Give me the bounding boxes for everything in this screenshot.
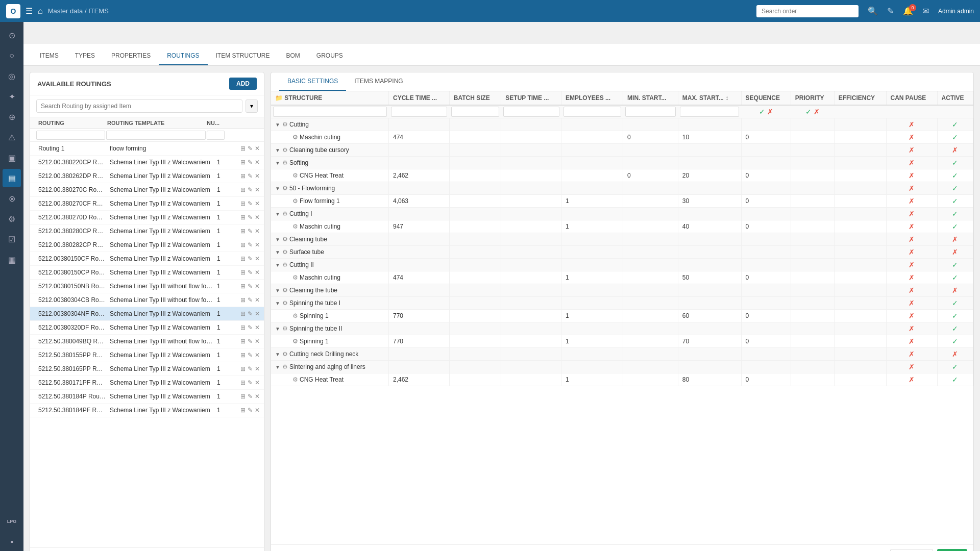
delete-icon[interactable]: ✕ [255,352,260,359]
filter-routing[interactable] [36,131,105,140]
expand-icon[interactable]: ▼ [275,249,280,255]
expand-icon[interactable]: ▼ [275,364,280,370]
home-icon[interactable]: ⌂ [38,7,43,16]
save-button[interactable]: SAVE [937,549,967,551]
copy-icon[interactable]: ⊞ [240,186,246,193]
filter-setup[interactable] [503,107,559,117]
filter-min[interactable] [625,107,676,117]
expand-icon[interactable]: ▼ [275,288,280,293]
expand-icon[interactable]: ▼ [275,160,280,166]
filter-cycle[interactable] [391,107,448,117]
routing-list-item[interactable]: 5212.50.380184P Routing 1 Schema Liner T… [30,390,264,404]
tab-types[interactable]: TYPES [67,47,103,65]
sidebar-item-star[interactable]: ✦ [3,87,21,106]
routing-list-item[interactable]: 5212.00380150NB Routing 1 Schema Liner T… [30,280,264,293]
expand-icon[interactable]: ▼ [275,262,280,268]
delete-icon[interactable]: ✕ [255,365,260,372]
routing-list-item[interactable]: 5212.00.380262DP Routing 1 Schema Liner … [30,169,264,183]
header-active-x[interactable]: ✗ [814,108,820,116]
header-x-red[interactable]: ✗ [767,108,773,116]
header-check-green[interactable]: ✓ [759,108,765,116]
copy-icon[interactable]: ⊞ [240,365,246,372]
expand-icon[interactable]: ▼ [275,326,280,332]
delete-icon[interactable]: ✕ [255,214,260,221]
sidebar-item-grid[interactable]: ▦ [3,251,21,269]
search-icon[interactable]: 🔍 [868,6,878,16]
delete-icon[interactable]: ✕ [255,379,260,386]
routing-list-item[interactable]: 5212.00380150CF Routing 1 Schema Liner T… [30,252,264,266]
routing-list-item[interactable]: 5212.00.380282CP Routing 1 Schema Liner … [30,238,264,252]
sidebar-item-plus[interactable]: ⊕ [3,108,21,126]
edit-row-icon[interactable]: ✎ [248,214,253,221]
edit-row-icon[interactable]: ✎ [248,324,253,331]
copy-icon[interactable]: ⊞ [240,159,246,166]
expand-icon[interactable]: ▼ [275,211,280,217]
edit-row-icon[interactable]: ✎ [248,296,253,304]
user-menu[interactable]: Admin admin [938,8,974,15]
edit-row-icon[interactable]: ✎ [248,200,253,207]
edit-row-icon[interactable]: ✎ [248,407,253,414]
copy-icon[interactable]: ⊞ [240,214,246,221]
copy-icon[interactable]: ⊞ [240,283,246,290]
delete-icon[interactable]: ✕ [255,283,260,290]
header-active-check[interactable]: ✓ [805,108,812,116]
filter-num[interactable] [207,131,225,140]
copy-icon[interactable]: ⊞ [240,296,246,304]
routing-list-item[interactable]: 5212.50.380049BQ Routing 1 Schema Liner … [30,335,264,348]
sidebar-item-lpg[interactable]: LPG [3,512,21,531]
tab-items-mapping[interactable]: ITEMS MAPPING [346,72,411,91]
sidebar-item-warning[interactable]: ⚠ [3,128,21,146]
routing-list-item[interactable]: 5212.00.380220CP Routing 1 Schema Liner … [30,156,264,169]
expand-icon[interactable]: ▼ [275,300,280,306]
edit-row-icon[interactable]: ✎ [248,241,253,248]
routing-list-item[interactable]: 5212.00380150CP Routing 1 Schema Liner T… [30,266,264,280]
sidebar-item-tools[interactable]: ⚙ [3,210,21,228]
edit-row-icon[interactable]: ✎ [248,283,253,290]
copy-icon[interactable]: ⊞ [240,379,246,386]
sidebar-item-target[interactable]: ◎ [3,67,21,85]
edit-row-icon[interactable]: ✎ [248,379,253,386]
delete-icon[interactable]: ✕ [255,296,260,304]
menu-icon[interactable]: ☰ [26,6,33,16]
edit-row-icon[interactable]: ✎ [248,365,253,372]
routing-search-dropdown[interactable]: ▾ [246,99,258,113]
delete-icon[interactable]: ✕ [255,255,260,262]
copy-icon[interactable]: ⊞ [240,228,246,235]
expand-icon[interactable]: ▼ [275,352,280,357]
delete-icon[interactable]: ✕ [255,269,260,276]
copy-icon[interactable]: ⊞ [240,338,246,345]
sidebar-item-small[interactable]: ▪ [3,533,21,551]
delete-icon[interactable]: ✕ [255,324,260,331]
filter-structure[interactable] [273,107,387,117]
sidebar-item-checklist[interactable]: ☑ [3,230,21,248]
copy-icon[interactable]: ⊞ [240,241,246,248]
filter-max[interactable] [680,107,739,117]
search-order-input[interactable] [756,5,859,17]
tab-basic-settings[interactable]: BASIC SETTINGS [279,72,346,91]
mail-icon[interactable]: ✉ [922,6,929,16]
expand-icon[interactable]: ▼ [275,147,280,153]
copy-icon[interactable]: ⊞ [240,269,246,276]
delete-icon[interactable]: ✕ [255,186,260,193]
delete-icon[interactable]: ✕ [255,200,260,207]
routing-list-item[interactable]: 5212.50.380165PP Routing 1 Schema Liner … [30,362,264,376]
sidebar-item-display[interactable]: ▣ [3,148,21,167]
routing-list-item[interactable]: 5212.00380304CB Routing 1 Schema Liner T… [30,293,264,307]
routing-list-item[interactable]: 5212.50.380171PF Routing 1 Schema Liner … [30,376,264,390]
routing-list-item[interactable]: 5212.00.380270D Routing 1 Schema Liner T… [30,211,264,224]
edit-row-icon[interactable]: ✎ [248,338,253,345]
edit-row-icon[interactable]: ✎ [248,310,253,317]
filter-batch[interactable] [451,107,499,117]
expand-icon[interactable]: ▼ [275,122,280,128]
sidebar-item-circle[interactable]: ○ [3,46,21,65]
copy-icon[interactable]: ⊞ [240,407,246,414]
delete-icon[interactable]: ✕ [255,228,260,235]
delete-icon[interactable]: ✕ [255,241,260,248]
sidebar-item-link[interactable]: ⊗ [3,189,21,208]
delete-icon[interactable]: ✕ [255,393,260,400]
routing-list-item[interactable]: 5212.50.380155PP Routing 1 Schema Liner … [30,348,264,362]
delete-icon[interactable]: ✕ [255,172,260,180]
tab-bom[interactable]: BOM [278,47,308,65]
add-button[interactable]: ADD [229,78,257,90]
sidebar-item-document[interactable]: ▤ [3,169,21,187]
